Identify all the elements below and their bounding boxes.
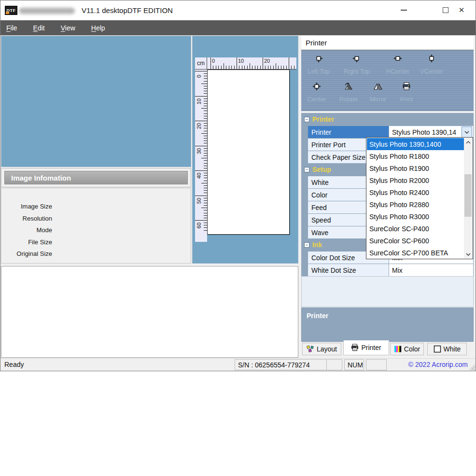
- toolbar-button-label: Center: [307, 96, 326, 103]
- toolbar-button-hcenter[interactable]: HCenter: [379, 54, 417, 75]
- right-panel-title: Printer: [301, 36, 474, 50]
- tab-label: White: [444, 345, 461, 353]
- ruler-unit-label: cm: [195, 57, 207, 70]
- dropdown-scrollbar[interactable]: [464, 138, 472, 258]
- vertical-ruler: 0102030405060: [195, 70, 207, 242]
- dropdown-item-stylus-photo-r2000[interactable]: Stylus Photo R2000: [367, 174, 465, 186]
- menu-item-view[interactable]: View: [56, 22, 80, 34]
- tab-label: Printer: [361, 344, 381, 351]
- dropdown-item-stylus-photo-r1900[interactable]: Stylus Photo R1900: [367, 162, 465, 174]
- grid-row-name[interactable]: White Dot Size: [308, 264, 389, 276]
- menu-bar: FileEditViewHelp: [0, 20, 476, 35]
- maximize-button[interactable]: [437, 2, 454, 18]
- collapse-minus-icon[interactable]: −: [304, 242, 309, 248]
- dropdown-item-stylus-photo-r1800[interactable]: Stylus Photo R1800: [367, 150, 465, 162]
- paper-preview[interactable]: [207, 70, 290, 235]
- status-empty-segment-1: [326, 359, 342, 370]
- status-bar: Ready S/N : 06256554-779274 NUM © 2022 A…: [0, 358, 476, 371]
- v-ruler-label: 0: [196, 71, 202, 81]
- print-preview-panel[interactable]: cm 01020 0102030405060: [192, 36, 298, 264]
- dropdown-item-stylus-photo-r2880[interactable]: Stylus Photo R2880: [367, 198, 465, 210]
- app-window: DTF V11.1 desktopDTF EDITION ✕ FileEditV…: [0, 0, 476, 371]
- collapse-minus-icon[interactable]: −: [304, 167, 309, 172]
- resize-grip[interactable]: [469, 364, 475, 370]
- v-ruler-label: 20: [196, 121, 202, 131]
- print-icon: [402, 82, 411, 93]
- menu-item-edit[interactable]: Edit: [28, 22, 50, 34]
- h-ruler-label: 0: [212, 58, 215, 64]
- menu-item-file[interactable]: File: [1, 22, 22, 34]
- mirror-icon: [374, 82, 382, 93]
- align-right-top-icon: [352, 54, 361, 65]
- property-grid-empty-area: [301, 276, 474, 307]
- tab-label: Layout: [317, 345, 337, 353]
- grid-row-white-dot-size[interactable]: White Dot SizeMix: [301, 264, 474, 276]
- tab-white[interactable]: White: [427, 343, 467, 355]
- v-ruler-label: 50: [196, 196, 202, 206]
- white-square-icon: [434, 345, 441, 353]
- tab-printer[interactable]: Printer: [343, 340, 389, 355]
- close-button[interactable]: ✕: [453, 2, 470, 18]
- dropdown-item-surecolor-sc-p400[interactable]: SureColor SC-P400: [367, 223, 465, 235]
- minimize-button[interactable]: [395, 2, 412, 18]
- status-serial-number: S/N : 06256554-779274: [235, 359, 334, 370]
- v-ruler-label: 60: [196, 221, 202, 230]
- v-ruler-label: 40: [196, 171, 202, 181]
- info-field-original-size: Original Size: [1, 250, 52, 257]
- panel-tab-bar: LayoutPrinterColorWhite: [301, 342, 474, 356]
- toolbar-button-print[interactable]: Print: [388, 82, 425, 103]
- toolbar-button-right-top[interactable]: Right Top: [338, 54, 376, 75]
- info-field-resolution: Resolution: [1, 215, 52, 222]
- align-center-icon: [312, 82, 321, 93]
- menu-item-help[interactable]: Help: [86, 22, 110, 34]
- collapse-minus-icon[interactable]: −: [304, 117, 309, 122]
- scroll-down-icon[interactable]: [464, 250, 472, 258]
- redacted-brand-text: [19, 8, 75, 14]
- main-area: Image Infomation Image SizeResolutionMod…: [0, 35, 476, 358]
- app-logo-icon: DTF: [5, 6, 17, 15]
- align-hcenter-icon: [393, 54, 402, 65]
- property-description-box: Printer: [301, 308, 474, 342]
- toolbar-button-label: Left Top: [308, 68, 330, 75]
- grid-row-name[interactable]: Printer: [308, 126, 389, 138]
- scroll-up-icon[interactable]: [464, 138, 472, 146]
- grid-section-printer[interactable]: −Printer: [301, 113, 474, 126]
- dropdown-item-stylus-photo-r3000[interactable]: Stylus Photo R3000: [367, 210, 465, 223]
- layout-icon: [307, 345, 314, 353]
- image-information-fields: Image SizeResolutionModeFile SizeOrigina…: [1, 188, 191, 264]
- v-ruler-label: 30: [196, 146, 202, 156]
- scrollbar-thumb[interactable]: [464, 174, 472, 217]
- grid-section-label: Ink: [312, 241, 322, 249]
- title-bar: DTF V11.1 desktopDTF EDITION ✕: [0, 0, 476, 20]
- dropdown-item-surecolor-sc-p700-beta[interactable]: SureColor SC-P700 BETA: [367, 247, 465, 259]
- h-ruler-label: 20: [264, 58, 270, 64]
- bottom-panel: [1, 266, 298, 358]
- printer-dropdown-list: Stylus Photo 1390,1400Stylus Photo R1800…: [366, 137, 473, 259]
- printer-combo-dropdown-button[interactable]: [462, 126, 472, 138]
- status-empty-segment-2: [366, 359, 387, 370]
- tab-label: Color: [404, 345, 420, 353]
- status-copyright-link[interactable]: © 2022 Acrorip.com: [408, 361, 468, 368]
- toolbar-button-left-top[interactable]: Left Top: [300, 54, 337, 75]
- dropdown-item-stylus-photo-1390-1400[interactable]: Stylus Photo 1390,1400: [367, 138, 465, 150]
- toolbar-button-vcenter[interactable]: VCenter: [413, 54, 450, 75]
- grid-section-label: Setup: [312, 166, 331, 173]
- toolbar-button-label: Print: [400, 96, 413, 103]
- align-vcenter-icon: [427, 54, 436, 65]
- window-title: V11.1 desktopDTF EDITION: [82, 6, 173, 14]
- grid-row-value[interactable]: Mix: [389, 264, 473, 276]
- rotate-icon: [344, 82, 353, 93]
- image-information-panel: Image Infomation: [1, 168, 191, 187]
- v-ruler-label: 10: [196, 97, 202, 106]
- h-ruler-label: 10: [238, 58, 244, 64]
- workspace-canvas[interactable]: [1, 36, 191, 167]
- tab-color[interactable]: Color: [390, 343, 424, 355]
- grid-row-printer[interactable]: PrinterStylus Photo 1390,14: [301, 126, 474, 138]
- dropdown-item-stylus-photo-r2400[interactable]: Stylus Photo R2400: [367, 186, 465, 198]
- grid-row-value[interactable]: Stylus Photo 1390,14: [389, 126, 473, 138]
- info-field-file-size: File Size: [1, 238, 52, 246]
- dropdown-item-surecolor-sc-p600[interactable]: SureColor SC-P600: [367, 235, 465, 247]
- align-left-top-icon: [314, 54, 323, 65]
- tab-layout[interactable]: Layout: [302, 343, 341, 355]
- status-ready-text: Ready: [4, 361, 24, 368]
